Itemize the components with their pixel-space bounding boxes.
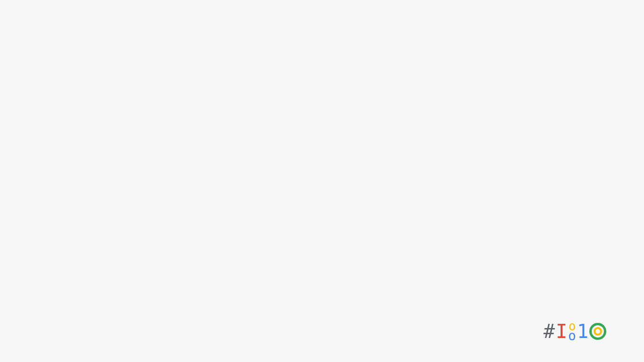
io18-logo: # I oo 1 (544, 321, 606, 342)
hash-icon: # (544, 321, 555, 342)
stacked-area-chart (139, 101, 469, 295)
logo-letter-o-stack: oo (568, 322, 576, 341)
chart-area-svg (139, 101, 469, 295)
logo-letter-i: I (556, 321, 567, 342)
logo-digit-8-icon (589, 323, 606, 340)
slide: # I oo 1 (0, 0, 644, 362)
logo-digit-1: 1 (577, 321, 588, 342)
